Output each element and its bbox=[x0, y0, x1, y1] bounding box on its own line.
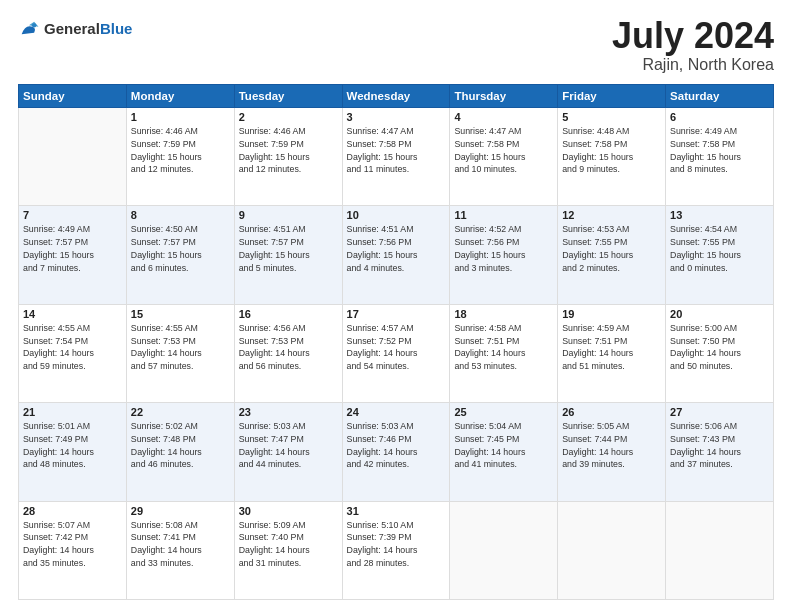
header-wednesday: Wednesday bbox=[342, 85, 450, 108]
day-number: 1 bbox=[131, 111, 230, 123]
table-row: 22Sunrise: 5:02 AM Sunset: 7:48 PM Dayli… bbox=[126, 403, 234, 501]
table-row: 11Sunrise: 4:52 AM Sunset: 7:56 PM Dayli… bbox=[450, 206, 558, 304]
table-row: 12Sunrise: 4:53 AM Sunset: 7:55 PM Dayli… bbox=[558, 206, 666, 304]
day-info: Sunrise: 4:49 AM Sunset: 7:58 PM Dayligh… bbox=[670, 125, 769, 176]
day-number: 18 bbox=[454, 308, 553, 320]
day-number: 17 bbox=[347, 308, 446, 320]
table-row: 3Sunrise: 4:47 AM Sunset: 7:58 PM Daylig… bbox=[342, 108, 450, 206]
table-row: 26Sunrise: 5:05 AM Sunset: 7:44 PM Dayli… bbox=[558, 403, 666, 501]
calendar-week-3: 14Sunrise: 4:55 AM Sunset: 7:54 PM Dayli… bbox=[19, 304, 774, 402]
logo-icon bbox=[18, 18, 40, 40]
table-row: 13Sunrise: 4:54 AM Sunset: 7:55 PM Dayli… bbox=[666, 206, 774, 304]
day-number: 30 bbox=[239, 505, 338, 517]
header-saturday: Saturday bbox=[666, 85, 774, 108]
day-number: 16 bbox=[239, 308, 338, 320]
table-row: 15Sunrise: 4:55 AM Sunset: 7:53 PM Dayli… bbox=[126, 304, 234, 402]
day-info: Sunrise: 4:46 AM Sunset: 7:59 PM Dayligh… bbox=[131, 125, 230, 176]
table-row: 2Sunrise: 4:46 AM Sunset: 7:59 PM Daylig… bbox=[234, 108, 342, 206]
day-info: Sunrise: 4:48 AM Sunset: 7:58 PM Dayligh… bbox=[562, 125, 661, 176]
table-row: 16Sunrise: 4:56 AM Sunset: 7:53 PM Dayli… bbox=[234, 304, 342, 402]
day-info: Sunrise: 4:49 AM Sunset: 7:57 PM Dayligh… bbox=[23, 223, 122, 274]
table-row: 5Sunrise: 4:48 AM Sunset: 7:58 PM Daylig… bbox=[558, 108, 666, 206]
table-row bbox=[558, 501, 666, 599]
day-info: Sunrise: 4:51 AM Sunset: 7:56 PM Dayligh… bbox=[347, 223, 446, 274]
day-number: 5 bbox=[562, 111, 661, 123]
day-number: 3 bbox=[347, 111, 446, 123]
day-info: Sunrise: 4:52 AM Sunset: 7:56 PM Dayligh… bbox=[454, 223, 553, 274]
day-info: Sunrise: 4:46 AM Sunset: 7:59 PM Dayligh… bbox=[239, 125, 338, 176]
day-info: Sunrise: 4:55 AM Sunset: 7:54 PM Dayligh… bbox=[23, 322, 122, 373]
day-info: Sunrise: 4:50 AM Sunset: 7:57 PM Dayligh… bbox=[131, 223, 230, 274]
day-number: 27 bbox=[670, 406, 769, 418]
page: GeneralBlue July 2024 Rajin, North Korea… bbox=[0, 0, 792, 612]
table-row: 9Sunrise: 4:51 AM Sunset: 7:57 PM Daylig… bbox=[234, 206, 342, 304]
table-row: 23Sunrise: 5:03 AM Sunset: 7:47 PM Dayli… bbox=[234, 403, 342, 501]
day-info: Sunrise: 5:02 AM Sunset: 7:48 PM Dayligh… bbox=[131, 420, 230, 471]
table-row: 4Sunrise: 4:47 AM Sunset: 7:58 PM Daylig… bbox=[450, 108, 558, 206]
svg-point-1 bbox=[32, 23, 36, 27]
table-row: 30Sunrise: 5:09 AM Sunset: 7:40 PM Dayli… bbox=[234, 501, 342, 599]
day-number: 11 bbox=[454, 209, 553, 221]
day-info: Sunrise: 5:06 AM Sunset: 7:43 PM Dayligh… bbox=[670, 420, 769, 471]
day-number: 14 bbox=[23, 308, 122, 320]
table-row: 19Sunrise: 4:59 AM Sunset: 7:51 PM Dayli… bbox=[558, 304, 666, 402]
title-location: Rajin, North Korea bbox=[612, 56, 774, 74]
day-info: Sunrise: 5:03 AM Sunset: 7:46 PM Dayligh… bbox=[347, 420, 446, 471]
title-month: July 2024 bbox=[612, 18, 774, 54]
table-row: 1Sunrise: 4:46 AM Sunset: 7:59 PM Daylig… bbox=[126, 108, 234, 206]
day-number: 21 bbox=[23, 406, 122, 418]
calendar-week-5: 28Sunrise: 5:07 AM Sunset: 7:42 PM Dayli… bbox=[19, 501, 774, 599]
header-sunday: Sunday bbox=[19, 85, 127, 108]
day-info: Sunrise: 4:51 AM Sunset: 7:57 PM Dayligh… bbox=[239, 223, 338, 274]
day-info: Sunrise: 4:59 AM Sunset: 7:51 PM Dayligh… bbox=[562, 322, 661, 373]
day-number: 13 bbox=[670, 209, 769, 221]
table-row: 17Sunrise: 4:57 AM Sunset: 7:52 PM Dayli… bbox=[342, 304, 450, 402]
day-number: 20 bbox=[670, 308, 769, 320]
day-number: 23 bbox=[239, 406, 338, 418]
day-info: Sunrise: 5:08 AM Sunset: 7:41 PM Dayligh… bbox=[131, 519, 230, 570]
day-number: 24 bbox=[347, 406, 446, 418]
table-row: 10Sunrise: 4:51 AM Sunset: 7:56 PM Dayli… bbox=[342, 206, 450, 304]
header-monday: Monday bbox=[126, 85, 234, 108]
header-friday: Friday bbox=[558, 85, 666, 108]
calendar-week-4: 21Sunrise: 5:01 AM Sunset: 7:49 PM Dayli… bbox=[19, 403, 774, 501]
day-number: 10 bbox=[347, 209, 446, 221]
day-info: Sunrise: 4:47 AM Sunset: 7:58 PM Dayligh… bbox=[454, 125, 553, 176]
day-number: 2 bbox=[239, 111, 338, 123]
day-number: 12 bbox=[562, 209, 661, 221]
table-row: 29Sunrise: 5:08 AM Sunset: 7:41 PM Dayli… bbox=[126, 501, 234, 599]
day-info: Sunrise: 4:58 AM Sunset: 7:51 PM Dayligh… bbox=[454, 322, 553, 373]
day-number: 22 bbox=[131, 406, 230, 418]
day-info: Sunrise: 5:00 AM Sunset: 7:50 PM Dayligh… bbox=[670, 322, 769, 373]
calendar-header-row: Sunday Monday Tuesday Wednesday Thursday… bbox=[19, 85, 774, 108]
table-row: 27Sunrise: 5:06 AM Sunset: 7:43 PM Dayli… bbox=[666, 403, 774, 501]
table-row: 21Sunrise: 5:01 AM Sunset: 7:49 PM Dayli… bbox=[19, 403, 127, 501]
logo-text: GeneralBlue bbox=[44, 20, 132, 38]
calendar-week-2: 7Sunrise: 4:49 AM Sunset: 7:57 PM Daylig… bbox=[19, 206, 774, 304]
table-row: 31Sunrise: 5:10 AM Sunset: 7:39 PM Dayli… bbox=[342, 501, 450, 599]
day-info: Sunrise: 5:05 AM Sunset: 7:44 PM Dayligh… bbox=[562, 420, 661, 471]
day-info: Sunrise: 4:54 AM Sunset: 7:55 PM Dayligh… bbox=[670, 223, 769, 274]
day-number: 25 bbox=[454, 406, 553, 418]
day-number: 9 bbox=[239, 209, 338, 221]
day-number: 31 bbox=[347, 505, 446, 517]
day-number: 28 bbox=[23, 505, 122, 517]
day-number: 6 bbox=[670, 111, 769, 123]
header-thursday: Thursday bbox=[450, 85, 558, 108]
day-number: 7 bbox=[23, 209, 122, 221]
day-info: Sunrise: 4:56 AM Sunset: 7:53 PM Dayligh… bbox=[239, 322, 338, 373]
table-row: 6Sunrise: 4:49 AM Sunset: 7:58 PM Daylig… bbox=[666, 108, 774, 206]
table-row: 8Sunrise: 4:50 AM Sunset: 7:57 PM Daylig… bbox=[126, 206, 234, 304]
title-block: July 2024 Rajin, North Korea bbox=[612, 18, 774, 74]
table-row: 14Sunrise: 4:55 AM Sunset: 7:54 PM Dayli… bbox=[19, 304, 127, 402]
table-row: 20Sunrise: 5:00 AM Sunset: 7:50 PM Dayli… bbox=[666, 304, 774, 402]
day-info: Sunrise: 4:53 AM Sunset: 7:55 PM Dayligh… bbox=[562, 223, 661, 274]
day-info: Sunrise: 5:04 AM Sunset: 7:45 PM Dayligh… bbox=[454, 420, 553, 471]
table-row bbox=[450, 501, 558, 599]
day-number: 29 bbox=[131, 505, 230, 517]
day-info: Sunrise: 5:03 AM Sunset: 7:47 PM Dayligh… bbox=[239, 420, 338, 471]
day-info: Sunrise: 4:55 AM Sunset: 7:53 PM Dayligh… bbox=[131, 322, 230, 373]
table-row: 18Sunrise: 4:58 AM Sunset: 7:51 PM Dayli… bbox=[450, 304, 558, 402]
day-info: Sunrise: 5:07 AM Sunset: 7:42 PM Dayligh… bbox=[23, 519, 122, 570]
table-row: 25Sunrise: 5:04 AM Sunset: 7:45 PM Dayli… bbox=[450, 403, 558, 501]
